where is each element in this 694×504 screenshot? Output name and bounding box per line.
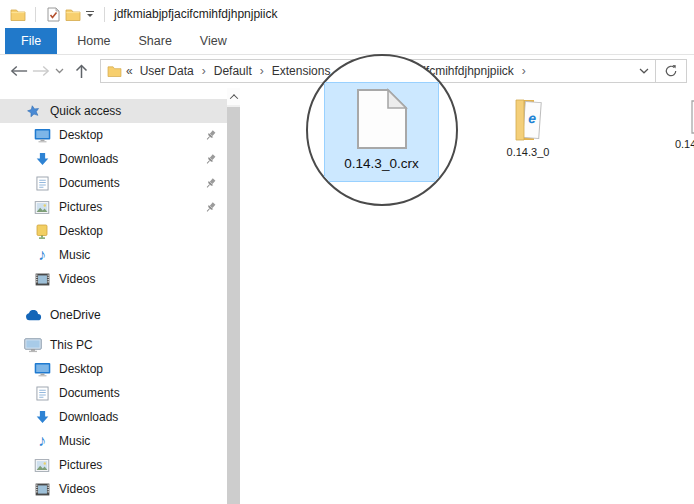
file-label-line1: 0.14.3_0.pe — [675, 138, 694, 150]
refresh-button[interactable] — [656, 59, 687, 83]
sidebar-item-downloads-qa[interactable]: Downloads — [0, 147, 227, 171]
sidebar-label: Downloads — [59, 152, 118, 166]
videos-icon — [33, 273, 51, 286]
sidebar-item-desktop-qa[interactable]: Desktop — [0, 123, 227, 147]
sidebar-label: Downloads — [59, 410, 118, 424]
up-button[interactable] — [70, 59, 92, 83]
downloads-icon — [33, 152, 51, 167]
window-title: jdfkmiabjpfjacifcmihfdjhpnjpiick — [114, 7, 277, 21]
sidebar-label: Quick access — [50, 104, 121, 118]
sidebar-item-videos-pc[interactable]: Videos — [0, 477, 227, 501]
navigation-pane: Quick access Desktop Downloads — [0, 88, 227, 504]
sidebar-item-desktop-pc[interactable]: Desktop — [0, 357, 227, 381]
quick-access-star-icon — [24, 104, 42, 119]
documents-icon — [33, 176, 51, 191]
sidebar-item-documents-qa[interactable]: Documents — [0, 171, 227, 195]
sidebar-item-videos-qa[interactable]: Videos — [0, 267, 227, 291]
sidebar-item-onedrive[interactable]: OneDrive — [0, 303, 227, 327]
music-icon: ♪ — [33, 247, 51, 263]
downloads-icon — [33, 410, 51, 425]
sidebar-label: Desktop — [59, 224, 103, 238]
forward-button[interactable] — [30, 59, 52, 83]
file-item-crx-selected[interactable]: 0.14.3_0.crx — [324, 82, 439, 182]
sidebar-label: Desktop — [59, 128, 103, 142]
sidebar-item-music-qa[interactable]: ♪ Music — [0, 243, 227, 267]
qat-customize-arrow-icon — [87, 14, 93, 17]
music-icon: ♪ — [33, 433, 51, 449]
desktop-folder-icon — [33, 224, 51, 239]
sidebar-label: Pictures — [59, 458, 102, 472]
breadcrumb-separator: › — [202, 64, 206, 78]
titlebar-separator — [104, 7, 105, 22]
file-explorer-window: jdfkmiabjpfjacifcmihfdjhpnjpiick File Ho… — [0, 0, 694, 504]
tab-view[interactable]: View — [186, 28, 241, 54]
qat-customize-button[interactable] — [83, 3, 97, 25]
breadcrumb-separator: › — [260, 64, 264, 78]
qat-customize-bar-icon — [86, 11, 94, 13]
crx-file-icon — [356, 88, 408, 150]
sidebar-label: Documents — [59, 386, 120, 400]
pin-icon — [204, 129, 217, 142]
pin-icon — [204, 177, 217, 190]
file-label: 0.14.3_0.crx — [325, 156, 438, 171]
sidebar-item-pictures-pc[interactable]: Pictures — [0, 453, 227, 477]
sidebar-item-music-pc[interactable]: ♪ Music — [0, 429, 227, 453]
sidebar-label: Videos — [59, 272, 95, 286]
magnifier-circle: 0.14.3_0.crx — [306, 54, 458, 206]
onedrive-cloud-icon — [24, 310, 42, 321]
ribbon-tabs: File Home Share View — [0, 28, 694, 55]
sidebar-label: Music — [59, 248, 90, 262]
qat-properties-button[interactable] — [43, 3, 63, 25]
tab-file[interactable]: File — [5, 28, 57, 54]
sidebar-item-quick-access[interactable]: Quick access — [0, 99, 227, 123]
sidebar-item-documents-pc[interactable]: Documents — [0, 381, 227, 405]
sidebar-label: Videos — [59, 482, 95, 496]
sidebar-label: Pictures — [59, 200, 102, 214]
recent-locations-dropdown[interactable] — [52, 59, 66, 83]
address-dropdown-icon[interactable] — [639, 68, 649, 74]
desktop-icon — [33, 362, 51, 377]
sidebar-label: This PC — [50, 338, 93, 352]
file-item-pem[interactable]: 0.14.3_0.pe m — [662, 100, 694, 164]
sidebar-label: OneDrive — [50, 308, 101, 322]
qat-new-folder-button[interactable] — [63, 3, 83, 25]
address-folder-icon — [107, 65, 122, 77]
svg-text:e: e — [528, 110, 537, 127]
titlebar-separator — [35, 7, 36, 22]
pictures-icon — [33, 459, 51, 472]
tab-share[interactable]: Share — [125, 28, 186, 54]
sidebar-scrollbar[interactable] — [227, 88, 240, 504]
back-button[interactable] — [8, 59, 30, 83]
sidebar-label: Desktop — [59, 362, 103, 376]
pin-icon — [204, 201, 217, 214]
tab-home[interactable]: Home — [63, 28, 124, 54]
breadcrumb-separator: › — [522, 64, 526, 78]
documents-icon — [33, 386, 51, 401]
desktop-icon — [33, 128, 51, 143]
videos-icon — [33, 483, 51, 496]
pin-icon — [204, 153, 217, 166]
sidebar-label: Documents — [59, 176, 120, 190]
scrollbar-thumb[interactable] — [227, 107, 240, 504]
breadcrumb-overflow[interactable]: « — [126, 64, 133, 78]
breadcrumb-default[interactable]: Default — [213, 64, 253, 78]
breadcrumb-extensions[interactable]: Extensions — [271, 64, 332, 78]
sidebar-label: Music — [59, 434, 90, 448]
edge-extension-folder-icon: e — [512, 98, 544, 142]
sidebar-item-this-pc[interactable]: This PC — [0, 333, 227, 357]
window-folder-icon — [8, 3, 28, 25]
this-pc-icon — [24, 338, 42, 353]
sidebar-item-pictures-qa[interactable]: Pictures — [0, 195, 227, 219]
sidebar-item-downloads-pc[interactable]: Downloads — [0, 405, 227, 429]
titlebar: jdfkmiabjpfjacifcmihfdjhpnjpiick — [0, 0, 694, 28]
file-label: 0.14.3_0 — [486, 146, 570, 159]
breadcrumb-user-data[interactable]: User Data — [139, 64, 195, 78]
sidebar-item-desktop-folder[interactable]: Desktop — [0, 219, 227, 243]
scrollbar-up-arrow-icon[interactable] — [227, 88, 240, 105]
file-item-extension-folder[interactable]: e 0.14.3_0 — [486, 98, 570, 159]
pictures-icon — [33, 201, 51, 214]
